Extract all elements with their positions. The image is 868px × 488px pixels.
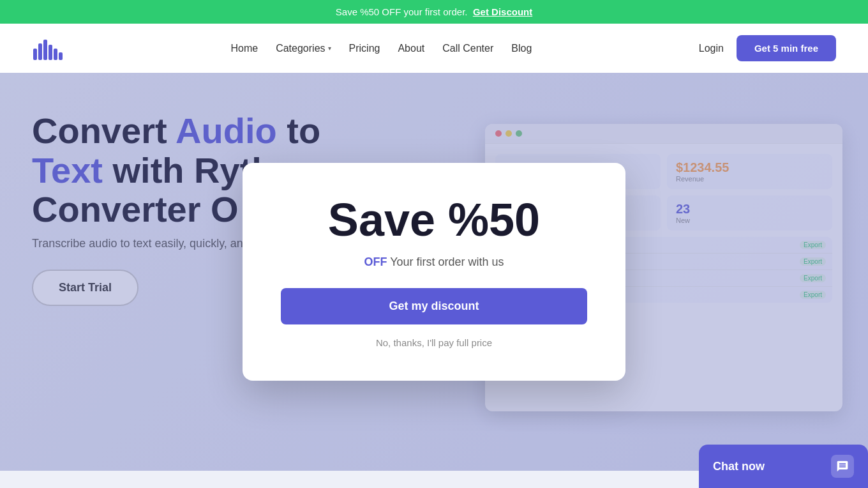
nav-home[interactable]: Home — [230, 43, 258, 54]
svg-rect-2 — [43, 40, 47, 60]
discount-modal: Save %50 OFF Your first order with us Ge… — [243, 163, 625, 381]
modal-off-text: OFF — [364, 255, 387, 268]
get-free-button[interactable]: Get 5 min free — [737, 35, 836, 61]
modal-subtitle-rest: Your first order with us — [390, 255, 504, 268]
chat-widget[interactable]: Chat now — [699, 445, 868, 488]
modal-overlay[interactable]: Save %50 OFF Your first order with us Ge… — [0, 73, 868, 471]
svg-rect-5 — [59, 52, 63, 60]
promo-banner: Save %50 OFF your first order. Get Disco… — [0, 0, 868, 24]
chat-icon — [831, 455, 854, 478]
header-actions: Login Get 5 min free — [699, 35, 836, 61]
nav-call-center[interactable]: Call Center — [442, 43, 493, 54]
nav-about[interactable]: About — [398, 43, 424, 54]
svg-rect-0 — [33, 49, 37, 60]
nav-pricing[interactable]: Pricing — [349, 43, 380, 54]
chevron-down-icon: ▾ — [328, 45, 331, 52]
svg-rect-4 — [54, 49, 57, 60]
header: Home Categories ▾ Pricing About Call Cen… — [0, 24, 868, 73]
login-button[interactable]: Login — [699, 43, 724, 54]
nav-categories[interactable]: Categories ▾ — [276, 43, 331, 54]
hero-section: Convert Audio to Text with Ryth Converte… — [0, 73, 868, 471]
logo-icon — [32, 36, 64, 61]
logo[interactable] — [32, 36, 64, 61]
banner-text: Save %50 OFF your first order. — [336, 6, 468, 17]
nav-blog[interactable]: Blog — [511, 43, 532, 54]
modal-title: Save %50 — [281, 195, 587, 245]
svg-rect-1 — [38, 43, 42, 60]
main-nav: Home Categories ▾ Pricing About Call Cen… — [230, 43, 532, 54]
get-discount-button[interactable]: Get my discount — [281, 288, 587, 324]
chat-now-label: Chat now — [713, 460, 765, 473]
svg-rect-3 — [49, 45, 52, 60]
banner-discount-link[interactable]: Get Discount — [473, 6, 532, 17]
modal-subtitle: OFF Your first order with us — [281, 255, 587, 269]
decline-link[interactable]: No, thanks, I'll pay full price — [376, 337, 492, 348]
